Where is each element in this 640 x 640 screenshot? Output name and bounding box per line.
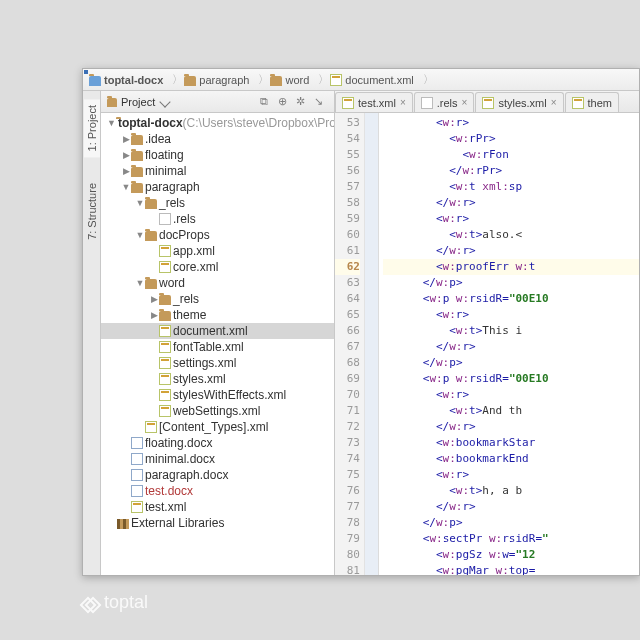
structure-tool-tab[interactable]: 7: Structure [84,177,100,246]
tree-node[interactable]: ▶floating [101,147,334,163]
tree-node-label: toptal-docx [118,115,183,131]
tab-label: .rels [437,97,458,109]
project-tool-tab[interactable]: 1: Project [84,99,100,157]
tree-node[interactable]: paragraph.docx [101,467,334,483]
editor-tab[interactable]: .rels× [414,92,475,112]
tree-node[interactable]: ▼paragraph [101,179,334,195]
tree-node[interactable]: .rels [101,211,334,227]
tree-node-label: floating [145,147,184,163]
code-content[interactable]: <w:r> <w:rPr> <w:rFon </w:rPr> <w:t xml:… [379,113,639,575]
tree-node[interactable]: ▼word [101,275,334,291]
tree-node[interactable]: ▼toptal-docx (C:\Users\steve\Dropbox\Pro… [101,115,334,131]
editor-tab[interactable]: test.xml× [335,92,413,112]
tree-node[interactable]: floating.docx [101,435,334,451]
tab-label: them [588,97,612,109]
project-pane-header: Project ⧉ ⊕ ✲ ↘ [101,91,334,113]
tree-node-label: .rels [173,211,196,227]
tree-node[interactable]: core.xml [101,259,334,275]
folder-icon [131,167,143,177]
tree-node[interactable]: ▼docProps [101,227,334,243]
gutter-strip [365,113,379,575]
tree-node-label: paragraph.docx [145,467,228,483]
disclosure-triangle-icon[interactable]: ▼ [107,115,116,131]
tree-node[interactable]: ▶.idea [101,131,334,147]
editor-tab[interactable]: them [565,92,619,112]
tree-node[interactable]: ▶theme [101,307,334,323]
tree-node-label: app.xml [173,243,215,259]
tree-node-label: _rels [173,291,199,307]
tree-node[interactable]: External Libraries [101,515,334,531]
file-icon [342,97,354,109]
toptal-logo-icon [82,595,98,611]
xml-icon [159,245,171,257]
xml-icon [159,389,171,401]
close-icon[interactable]: × [400,97,406,108]
tree-node-label: webSettings.xml [173,403,260,419]
editor-tab[interactable]: styles.xml× [475,92,563,112]
disclosure-triangle-icon[interactable]: ▶ [149,307,159,323]
tree-node[interactable]: settings.xml [101,355,334,371]
tree-node-label: paragraph [145,179,200,195]
tree-node[interactable]: [Content_Types].xml [101,419,334,435]
xml-file-icon [330,74,342,86]
close-icon[interactable]: × [551,97,557,108]
tree-node[interactable]: ▶_rels [101,291,334,307]
project-pane: Project ⧉ ⊕ ✲ ↘ ▼toptal-docx (C:\Users\s… [101,91,335,575]
folder-icon [107,98,117,107]
disclosure-triangle-icon[interactable]: ▶ [121,163,131,179]
tree-node[interactable]: stylesWithEffects.xml [101,387,334,403]
xml-icon [159,405,171,417]
tab-label: test.xml [358,97,396,109]
collapse-all-icon[interactable]: ⧉ [260,95,274,109]
tree-node-label: floating.docx [145,435,212,451]
settings-gear-icon[interactable]: ✲ [296,95,310,109]
tree-node-label: [Content_Types].xml [159,419,268,435]
tree-node[interactable]: webSettings.xml [101,403,334,419]
project-tree[interactable]: ▼toptal-docx (C:\Users\steve\Dropbox\Pro… [101,113,334,575]
doc-icon [131,437,143,449]
tree-node[interactable]: document.xml [101,323,334,339]
tree-node[interactable]: test.xml [101,499,334,515]
breadcrumb-item[interactable]: paragraph [184,74,249,86]
breadcrumb-item[interactable]: word [270,74,309,86]
lib-icon [117,519,129,529]
tree-node[interactable]: test.docx [101,483,334,499]
project-view-label[interactable]: Project [121,96,155,108]
tree-node-label: .idea [145,131,171,147]
tree-node[interactable]: app.xml [101,243,334,259]
disclosure-triangle-icon[interactable]: ▼ [135,227,145,243]
folder-icon [145,199,157,209]
tree-node-label: External Libraries [131,515,224,531]
doc-icon [131,469,143,481]
tree-node[interactable]: fontTable.xml [101,339,334,355]
tree-node-label: _rels [159,195,185,211]
folder-icon [184,76,196,86]
disclosure-triangle-icon[interactable]: ▶ [149,291,159,307]
hide-icon[interactable]: ↘ [314,95,328,109]
disclosure-triangle-icon[interactable]: ▶ [121,131,131,147]
tree-node-label: word [159,275,185,291]
ide-body: 1: Project 7: Structure Project ⧉ ⊕ ✲ ↘ … [83,91,639,575]
breadcrumb: toptal-docx〉 paragraph〉 word〉 document.x… [83,69,639,91]
tree-node[interactable]: styles.xml [101,371,334,387]
disclosure-triangle-icon[interactable]: ▶ [121,147,131,163]
close-icon[interactable]: × [462,97,468,108]
disclosure-triangle-icon[interactable]: ▼ [135,195,145,211]
folder-icon [145,279,157,289]
disclosure-triangle-icon[interactable]: ▼ [121,179,131,195]
chevron-down-icon[interactable] [160,96,171,107]
xml-icon [159,373,171,385]
breadcrumb-item[interactable]: document.xml [330,74,413,86]
tree-node-path: (C:\Users\steve\Dropbox\Projects\topt [183,115,334,131]
tree-node-label: core.xml [173,259,218,275]
breadcrumb-item[interactable]: toptal-docx [89,74,163,86]
tree-node[interactable]: ▼_rels [101,195,334,211]
scroll-from-source-icon[interactable]: ⊕ [278,95,292,109]
folder-icon [131,135,143,145]
folder-icon [159,311,171,321]
code-editor[interactable]: 5354555657585960616263646566676869707172… [335,113,639,575]
tree-node-label: styles.xml [173,371,226,387]
disclosure-triangle-icon[interactable]: ▼ [135,275,145,291]
tree-node[interactable]: minimal.docx [101,451,334,467]
tree-node[interactable]: ▶minimal [101,163,334,179]
